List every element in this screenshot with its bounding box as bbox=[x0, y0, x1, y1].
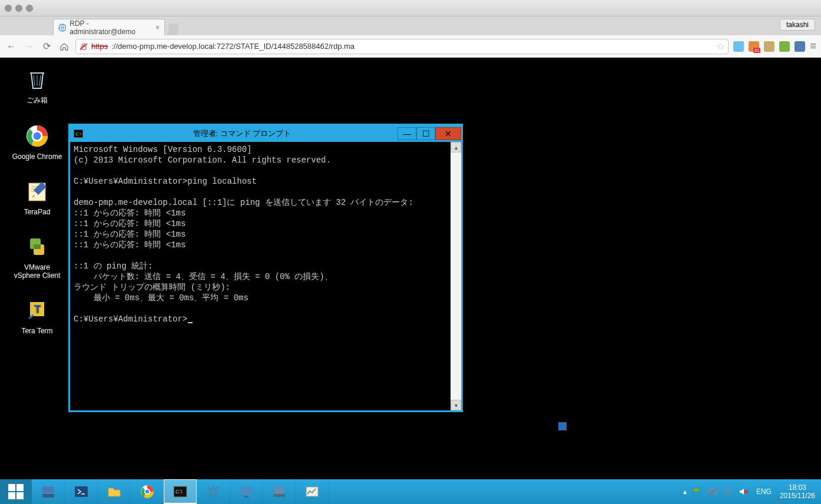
windows-logo-icon bbox=[8, 484, 24, 499]
traffic-close[interactable] bbox=[5, 5, 12, 12]
svg-point-35 bbox=[744, 490, 748, 493]
icon-label: TeraPad bbox=[24, 208, 51, 216]
svg-rect-30 bbox=[274, 487, 284, 494]
tab-title: RDP - administrator@demo bbox=[69, 19, 152, 36]
browser-tab-active[interactable]: RDP - administrator@demo × bbox=[53, 19, 165, 35]
cmd-app-icon: C:\ bbox=[74, 130, 83, 138]
cmd-output[interactable]: Microsoft Windows [Version 6.3.9600] (c)… bbox=[70, 142, 451, 410]
svg-line-25 bbox=[216, 495, 218, 496]
desktop-icon-teraterm[interactable]: T Tera Term bbox=[11, 296, 64, 335]
cmd-minimize-button[interactable]: — bbox=[398, 127, 416, 140]
recycle-bin-icon bbox=[23, 65, 51, 93]
desktop-icon-chrome[interactable]: Google Chrome bbox=[11, 122, 64, 161]
cmd-maximize-button[interactable]: ☐ bbox=[416, 127, 435, 140]
tray-date: 2015/11/26 bbox=[780, 492, 815, 500]
svg-line-26 bbox=[208, 495, 210, 496]
command-prompt-window[interactable]: C:\ 管理者: コマンド プロンプト — ☐ ✕ Microsoft Wind… bbox=[68, 124, 463, 412]
cmd-close-button[interactable]: ✕ bbox=[435, 127, 461, 140]
cmd-titlebar[interactable]: C:\ 管理者: コマンド プロンプト — ☐ ✕ bbox=[70, 125, 461, 142]
svg-rect-12 bbox=[42, 487, 54, 493]
desktop-icon-recycle-bin[interactable]: ごみ箱 bbox=[11, 65, 64, 105]
cmd-body[interactable]: Microsoft Windows [Version 6.3.9600] (c)… bbox=[70, 142, 461, 410]
host-titlebar bbox=[0, 0, 821, 16]
device-icon bbox=[271, 483, 287, 500]
tray-security-icon[interactable] bbox=[723, 487, 733, 496]
teraterm-icon: T bbox=[23, 296, 51, 324]
nav-back-button[interactable]: ← bbox=[5, 40, 18, 53]
svg-rect-32 bbox=[306, 487, 318, 496]
tray-time: 18:03 bbox=[780, 483, 815, 492]
cmd-title: 管理者: コマンド プロンプト bbox=[87, 128, 398, 139]
icon-label: Google Chrome bbox=[12, 152, 62, 161]
taskbar-cmd[interactable]: C:\ bbox=[164, 479, 197, 504]
ext-icon-3[interactable] bbox=[764, 41, 774, 52]
gear-icon bbox=[206, 484, 221, 499]
taskbar-explorer[interactable] bbox=[98, 479, 131, 504]
tray-clock[interactable]: 18:03 2015/11/26 bbox=[780, 483, 815, 500]
vsphere-icon bbox=[23, 233, 51, 261]
desktop-icon-terapad[interactable]: TeraPad bbox=[11, 177, 64, 216]
taskbar-app-2[interactable] bbox=[263, 479, 296, 504]
svg-point-16 bbox=[144, 489, 149, 494]
taskbar-app-3[interactable] bbox=[296, 479, 329, 504]
taskbar-server-manager[interactable] bbox=[32, 479, 65, 504]
monitor-icon bbox=[238, 483, 254, 500]
ext-icon-1[interactable] bbox=[733, 41, 744, 52]
powershell-icon bbox=[73, 483, 90, 500]
svg-text:T: T bbox=[34, 303, 41, 315]
ext-icon-4[interactable] bbox=[779, 41, 790, 52]
traffic-max[interactable] bbox=[26, 5, 33, 12]
globe-icon bbox=[58, 24, 66, 32]
ext-icon-2[interactable]: 31 bbox=[749, 41, 759, 52]
chrome-icon bbox=[140, 484, 155, 499]
svg-rect-9 bbox=[34, 244, 41, 249]
desktop-icon-vsphere[interactable]: VMware vSphere Client bbox=[11, 233, 64, 280]
scroll-down-button[interactable]: ▾ bbox=[451, 400, 461, 410]
bookmark-star-icon[interactable]: ☆ bbox=[716, 41, 724, 52]
cmd-scrollbar[interactable]: ▴ ▾ bbox=[451, 142, 461, 410]
tray-network-icon[interactable] bbox=[708, 487, 717, 496]
security-warning-icon bbox=[80, 42, 88, 51]
traffic-min[interactable] bbox=[15, 5, 22, 12]
cmd-icon: C:\ bbox=[172, 483, 188, 500]
tray-flag-icon[interactable] bbox=[693, 487, 702, 496]
address-bar[interactable]: https://demo-pmp.me-develop.local:7272/S… bbox=[75, 39, 729, 54]
icon-label: VMware vSphere Client bbox=[11, 263, 64, 280]
svg-rect-13 bbox=[42, 494, 54, 498]
extension-icons: 31 ≡ bbox=[733, 40, 816, 52]
taskbar-app-1[interactable] bbox=[230, 479, 263, 504]
nav-home-button[interactable] bbox=[58, 40, 71, 53]
desktop-selection-marquee bbox=[558, 422, 567, 430]
taskbar-powershell[interactable] bbox=[65, 479, 98, 504]
svg-text:C:\: C:\ bbox=[176, 489, 183, 495]
new-tab-button[interactable] bbox=[167, 24, 179, 35]
chrome-icon bbox=[23, 122, 51, 150]
server-manager-icon bbox=[40, 483, 57, 500]
tray-language-indicator[interactable]: ENG bbox=[754, 488, 774, 496]
chart-icon bbox=[304, 483, 320, 500]
svg-rect-29 bbox=[244, 496, 249, 498]
taskbar-settings[interactable] bbox=[197, 479, 230, 504]
svg-line-24 bbox=[208, 487, 210, 489]
scroll-up-button[interactable]: ▴ bbox=[451, 142, 461, 152]
chrome-menu-icon[interactable]: ≡ bbox=[810, 40, 816, 52]
remote-desktop[interactable]: ごみ箱 Google Chrome TeraPad VMware vSphere… bbox=[0, 58, 821, 504]
start-button[interactable] bbox=[0, 479, 32, 504]
svg-point-19 bbox=[210, 489, 216, 495]
nav-forward-button[interactable]: → bbox=[22, 40, 35, 53]
folder-icon bbox=[106, 483, 123, 500]
system-tray: ▴ ENG 18:03 2015/11/26 bbox=[677, 483, 821, 500]
svg-rect-28 bbox=[240, 487, 252, 495]
nav-reload-button[interactable]: ⟳ bbox=[40, 40, 53, 53]
windows-taskbar: C:\ ▴ ENG bbox=[0, 479, 821, 504]
url-rest: ://demo-pmp.me-develop.local:7272/STATE_… bbox=[111, 42, 355, 51]
scroll-track[interactable] bbox=[451, 152, 461, 400]
chrome-profile-button[interactable]: takashi bbox=[780, 19, 815, 31]
tray-volume-icon[interactable] bbox=[739, 487, 748, 496]
icon-label: ごみ箱 bbox=[27, 95, 48, 105]
browser-toolbar: ← → ⟳ https://demo-pmp.me-develop.local:… bbox=[0, 35, 821, 58]
taskbar-chrome[interactable] bbox=[131, 479, 164, 504]
tab-close-icon[interactable]: × bbox=[155, 24, 160, 32]
tray-expand-icon[interactable]: ▴ bbox=[683, 488, 687, 496]
ext-icon-5[interactable] bbox=[794, 41, 805, 52]
